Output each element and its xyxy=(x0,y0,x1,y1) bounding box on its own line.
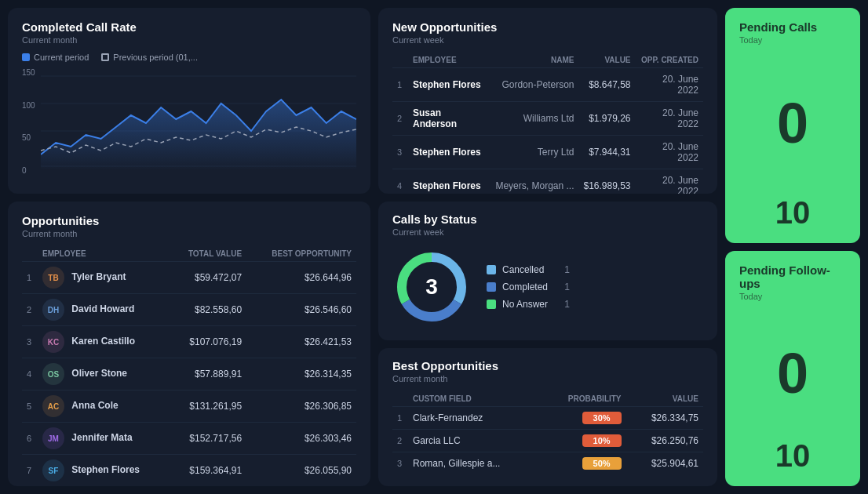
row-total-value: $82.558,60 xyxy=(169,294,246,326)
legend-previous: Previous period (01,... xyxy=(101,53,198,62)
donut-center-value: 3 xyxy=(425,274,438,300)
row-value: $16.989,53 xyxy=(578,169,635,194)
col-probability: PROBABILITY xyxy=(541,391,626,407)
row-value: $26.250,76 xyxy=(626,429,703,452)
row-employee: DH David Howard xyxy=(38,294,169,326)
row-rank: 2 xyxy=(392,429,408,452)
col-value: VALUE xyxy=(578,53,635,68)
row-total-value: $131.261,95 xyxy=(169,390,246,423)
row-rank: 1 xyxy=(22,262,38,294)
row-value: $25.904,61 xyxy=(626,452,703,474)
row-name: Gordon-Peterson xyxy=(491,68,579,102)
pending-cards-container: Pending Calls Today 0 10 Pending Follow-… xyxy=(725,8,860,486)
pending-followups-subtitle: Today xyxy=(739,292,846,301)
row-employee: Susan Anderson xyxy=(408,102,491,136)
legend-current-label: Current period xyxy=(34,53,89,62)
legend-no-answer: No Answer 1 xyxy=(487,299,570,310)
row-date: 20. June 2022 xyxy=(636,169,703,194)
pending-followups-main-number: 0 xyxy=(739,307,846,438)
table-row: 4 Stephen Flores Meyers, Morgan ... $16.… xyxy=(392,169,703,194)
table-row: 2 DH David Howard $82.558,60 $26.546,60 xyxy=(22,294,356,326)
calls-by-status-title: Calls by Status xyxy=(392,212,703,226)
col-opp-created: OPP. CREATED xyxy=(636,53,703,68)
legend-cancelled: Cancelled 1 xyxy=(487,264,570,275)
row-total-value: $107.076,19 xyxy=(169,326,246,358)
row-employee: SF Stephen Flores xyxy=(38,455,169,487)
table-row: 1 Stephen Flores Gordon-Peterson $8.647,… xyxy=(392,68,703,102)
row-date: 20. June 2022 xyxy=(636,102,703,136)
table-row: 2 Garcia LLC 10% $26.250,76 xyxy=(392,429,703,452)
row-total-value: $59.472,07 xyxy=(169,262,246,294)
row-value: $7.944,31 xyxy=(578,136,635,169)
completed-call-rate-card: Completed Call Rate Current month Curren… xyxy=(8,8,370,194)
row-total-value: $57.889,91 xyxy=(169,358,246,390)
best-opp-table: CUSTOM FIELD PROBABILITY VALUE 1 Clark-F… xyxy=(392,391,703,474)
row-rank: 3 xyxy=(392,136,408,169)
row-rank: 3 xyxy=(22,326,38,358)
calls-by-status-subtitle: Current week xyxy=(392,227,703,237)
employee-name: David Howard xyxy=(71,303,134,314)
table-row: 4 OS Oliver Stone $57.889,91 $26.314,35 xyxy=(22,358,356,390)
pending-followups-title: Pending Follow-ups xyxy=(739,263,846,290)
chart-legend: Current period Previous period (01,... xyxy=(22,53,356,62)
row-best-opp: $26.546,60 xyxy=(246,294,356,326)
best-opportunities-card: Best Opportunities Current month CUSTOM … xyxy=(378,348,717,487)
middle-bottom-stack: Calls by Status Current week 3 xyxy=(378,202,717,486)
row-employee: OS Oliver Stone xyxy=(38,358,169,390)
avatar: SF xyxy=(42,459,64,481)
pending-followups-sub-number: 10 xyxy=(739,438,846,474)
pending-calls-sub-number: 10 xyxy=(739,195,846,231)
employee-name: Tyler Bryant xyxy=(71,271,126,282)
opportunities-table: EMPLOYEE TOTAL VALUE BEST OPPORTUNITY 1 … xyxy=(22,246,356,486)
probability-bar: 10% xyxy=(582,434,622,447)
row-employee: Stephen Flores xyxy=(408,136,491,169)
col-rank xyxy=(22,246,38,262)
row-name: Meyers, Morgan ... xyxy=(491,169,579,194)
col-total: TOTAL VALUE xyxy=(169,246,246,262)
row-best-opp: $26.303,46 xyxy=(246,423,356,455)
legend-previous-icon xyxy=(101,53,109,61)
avatar: KC xyxy=(42,331,64,353)
row-name: Williams Ltd xyxy=(491,102,579,136)
row-rank: 6 xyxy=(22,423,38,455)
row-value: $1.979,26 xyxy=(578,102,635,136)
row-date: 20. June 2022 xyxy=(636,136,703,169)
table-row: 3 Stephen Flores Terry Ltd $7.944,31 20.… xyxy=(392,136,703,169)
no-answer-count: 1 xyxy=(554,299,570,310)
table-row: 6 JM Jennifer Mata $152.717,56 $26.303,4… xyxy=(22,423,356,455)
table-row: 1 TB Tyler Bryant $59.472,07 $26.644,96 xyxy=(22,262,356,294)
row-probability: 10% xyxy=(541,429,626,452)
completed-count: 1 xyxy=(554,282,570,292)
col-best: BEST OPPORTUNITY xyxy=(246,246,356,262)
pending-calls-card: Pending Calls Today 0 10 xyxy=(725,8,860,243)
employee-name: Karen Castillo xyxy=(71,336,135,347)
opportunities-subtitle: Current month xyxy=(22,229,356,238)
row-name: Terry Ltd xyxy=(491,136,579,169)
table-row: 1 Clark-Fernandez 30% $26.334,75 xyxy=(392,406,703,429)
row-rank: 3 xyxy=(392,452,408,474)
table-row: 3 Roman, Gillespie a... 50% $25.904,61 xyxy=(392,452,703,474)
cancelled-label: Cancelled xyxy=(502,264,544,275)
avatar: OS xyxy=(42,363,64,385)
avatar: DH xyxy=(42,299,64,321)
row-best-opp: $26.421,53 xyxy=(246,326,356,358)
donut-chart: 3 xyxy=(392,248,471,326)
row-value: $26.334,75 xyxy=(626,406,703,429)
y-axis-labels: 150 100 50 0 xyxy=(22,68,35,178)
avatar: AC xyxy=(42,395,64,417)
completed-call-rate-title: Completed Call Rate xyxy=(22,20,356,34)
calls-by-status-body: 3 Cancelled 1 Completed 1 No xyxy=(392,245,703,329)
best-opportunities-title: Best Opportunities xyxy=(392,359,703,372)
row-employee: KC Karen Castillo xyxy=(38,326,169,358)
new-opportunities-title: New Opportunities xyxy=(392,20,703,34)
row-employee: JM Jennifer Mata xyxy=(38,423,169,455)
employee-name: Jennifer Mata xyxy=(71,432,132,443)
row-employee: TB Tyler Bryant xyxy=(38,262,169,294)
no-answer-dot xyxy=(487,300,496,309)
pending-calls-main-number: 0 xyxy=(739,51,846,195)
col-value: VALUE xyxy=(626,391,703,407)
new-opportunities-table: EMPLOYEE NAME VALUE OPP. CREATED 1 Steph… xyxy=(392,53,703,194)
col-employee-name: EMPLOYEE xyxy=(408,53,491,68)
row-rank: 7 xyxy=(22,455,38,487)
cancelled-dot xyxy=(487,265,496,274)
